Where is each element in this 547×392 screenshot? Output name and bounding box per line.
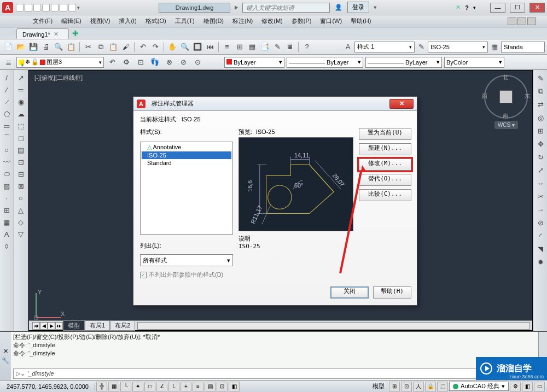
dimstyle-combo[interactable]: 样式 1▾ xyxy=(354,42,415,52)
layer-z-icon[interactable]: ⊙ xyxy=(191,56,203,68)
revcloud-icon[interactable]: ☁ xyxy=(15,108,26,119)
ellipse-icon[interactable]: ⬭ xyxy=(1,168,12,179)
view-cube[interactable]: 北 南 西 东 xyxy=(484,75,528,119)
lineweight-combo[interactable]: —————— ByLayer▾ xyxy=(365,57,442,68)
exchange-icon[interactable]: ✕ xyxy=(456,4,461,11)
line-icon[interactable]: / xyxy=(1,72,12,83)
menu-window[interactable]: 窗口(W) xyxy=(320,17,342,25)
table-style-icon[interactable]: ▦ xyxy=(488,41,501,53)
tab-next-button[interactable]: ▶ xyxy=(48,322,55,330)
mdi-minimize-button[interactable] xyxy=(508,17,516,25)
sb-c-icon[interactable]: 人 xyxy=(413,382,424,391)
tablestyle-combo[interactable]: Standa xyxy=(501,42,545,52)
window-close-button[interactable]: ✕ xyxy=(529,3,545,13)
menu-format[interactable]: 格式(O) xyxy=(146,17,166,25)
qat-print-icon[interactable] xyxy=(51,4,59,11)
ducs-button[interactable]: L xyxy=(168,382,179,391)
qat-redo-icon[interactable] xyxy=(68,4,76,11)
mirror-icon[interactable]: ⇄ xyxy=(534,98,546,110)
wcs-badge[interactable]: WCS ▾ xyxy=(494,121,518,129)
tab-layout1[interactable]: 布局1 xyxy=(85,320,110,331)
wrench-icon[interactable]: 🔧 xyxy=(2,357,9,364)
erase-icon[interactable]: ✎ xyxy=(534,72,546,84)
close-button[interactable]: 关闭 xyxy=(330,286,369,299)
boundary-icon[interactable]: ⬚ xyxy=(15,120,26,131)
t5-icon[interactable]: ○ xyxy=(15,192,26,203)
search-input[interactable] xyxy=(242,3,330,13)
modify-button[interactable]: 修改(M)... xyxy=(359,159,411,171)
menu-view[interactable]: 视图(V) xyxy=(90,17,110,25)
open-icon[interactable]: 📂 xyxy=(15,41,27,53)
menu-tools[interactable]: 工具(T) xyxy=(175,17,195,25)
menu-file[interactable]: 文件(F) xyxy=(33,17,53,25)
toolpalette-icon[interactable]: ▦ xyxy=(246,41,258,53)
tab-first-button[interactable]: ⏮ xyxy=(32,322,40,330)
sc-button[interactable]: ◧ xyxy=(229,382,240,391)
preview-icon[interactable]: 🔍 xyxy=(53,41,65,53)
gradient-icon[interactable]: ▤ xyxy=(15,144,26,155)
point-icon[interactable]: · xyxy=(1,192,12,203)
menu-draw[interactable]: 绘图(D) xyxy=(203,17,224,25)
tab-model[interactable]: 模型 xyxy=(63,320,85,331)
table-icon[interactable]: ▦ xyxy=(1,217,12,227)
trim-icon[interactable]: ✂ xyxy=(534,190,546,202)
donut-icon[interactable]: ◉ xyxy=(15,96,26,107)
new-tab-button[interactable]: ✚ xyxy=(69,28,82,39)
arc-icon[interactable]: ⌒ xyxy=(1,132,12,143)
undo-icon[interactable]: ↶ xyxy=(137,41,149,53)
move-icon[interactable]: ✥ xyxy=(534,138,546,150)
fillet-icon[interactable]: ◜ xyxy=(534,230,546,242)
t3-icon[interactable]: ⊟ xyxy=(15,168,26,179)
menu-parameter[interactable]: 参数(P) xyxy=(292,17,312,25)
calc-icon[interactable]: 🖩 xyxy=(284,41,296,53)
markup-icon[interactable]: ✎ xyxy=(271,41,283,53)
redo-icon[interactable]: ↷ xyxy=(149,41,161,53)
qat-saveas-icon[interactable] xyxy=(42,4,50,11)
command-grip[interactable]: ✕🔧 xyxy=(0,332,11,380)
menu-modify[interactable]: 修改(M) xyxy=(261,17,283,25)
workspace-combo[interactable]: AutoCAD 经典▾ xyxy=(449,382,509,391)
layer-y-icon[interactable]: ⊘ xyxy=(177,56,189,68)
wipeout-icon[interactable]: ◻ xyxy=(15,132,26,143)
pan-icon[interactable]: ✋ xyxy=(166,41,178,53)
layer-x-icon[interactable]: ⊗ xyxy=(163,56,175,68)
polar-button[interactable]: ✦ xyxy=(132,382,143,391)
model-button[interactable]: 模型 xyxy=(369,382,388,390)
spline-icon[interactable]: 〰 xyxy=(1,156,12,167)
layer-prev-icon[interactable]: ↶ xyxy=(106,56,118,68)
menu-dimension[interactable]: 标注(N) xyxy=(232,17,253,25)
layer-walk-icon[interactable]: 👣 xyxy=(149,56,161,68)
copy-icon[interactable]: ⧉ xyxy=(95,41,107,53)
layer-manager-icon[interactable]: ≣ xyxy=(2,56,14,68)
qat-new-icon[interactable] xyxy=(16,4,24,11)
layer-combo[interactable]: 💡 ❄ 🔓 图层3 ▾ xyxy=(16,57,104,68)
qat-open-icon[interactable] xyxy=(25,4,32,11)
textstyle-icon[interactable]: A xyxy=(342,41,354,53)
zoom-prev-icon[interactable]: ⏮ xyxy=(204,41,216,53)
xref-checkbox-row[interactable]: ✓ 不列出外部参照中的样式(D) xyxy=(140,271,353,279)
lwt-button[interactable]: ≡ xyxy=(193,382,203,391)
layer-iso-icon[interactable]: ⊡ xyxy=(135,56,147,68)
close-icon[interactable]: ✕ xyxy=(3,348,8,355)
qat-save-icon[interactable] xyxy=(33,4,41,11)
new-icon[interactable]: 📄 xyxy=(2,41,14,53)
cut-icon[interactable]: ✂ xyxy=(82,41,94,53)
polygon-icon[interactable]: ⬠ xyxy=(1,108,12,119)
match-icon[interactable]: 🖌 xyxy=(120,41,132,53)
region-icon[interactable]: ◊ xyxy=(1,241,12,251)
linetype-combo[interactable]: —————— ByLayer▾ xyxy=(287,57,363,68)
style-option-standard[interactable]: Standard xyxy=(142,159,231,167)
help-icon[interactable]: ? xyxy=(465,4,469,11)
t4-icon[interactable]: ⊠ xyxy=(15,180,26,191)
plotstyle-combo[interactable]: ByColor▾ xyxy=(444,57,504,68)
hatch-icon[interactable]: ▨ xyxy=(1,180,12,191)
dyn-button[interactable]: + xyxy=(181,382,191,391)
mdi-restore-button[interactable] xyxy=(517,17,526,25)
compare-button[interactable]: 比较(C)... xyxy=(359,189,411,201)
close-icon[interactable]: ✕ xyxy=(54,31,59,38)
sb-b-icon[interactable]: ⊡ xyxy=(401,382,412,391)
qp-button[interactable]: ⊡ xyxy=(217,382,228,391)
t2-icon[interactable]: ⊡ xyxy=(15,156,26,167)
tab-prev-button[interactable]: ◀ xyxy=(40,322,48,330)
mdi-close-button[interactable] xyxy=(527,17,536,25)
